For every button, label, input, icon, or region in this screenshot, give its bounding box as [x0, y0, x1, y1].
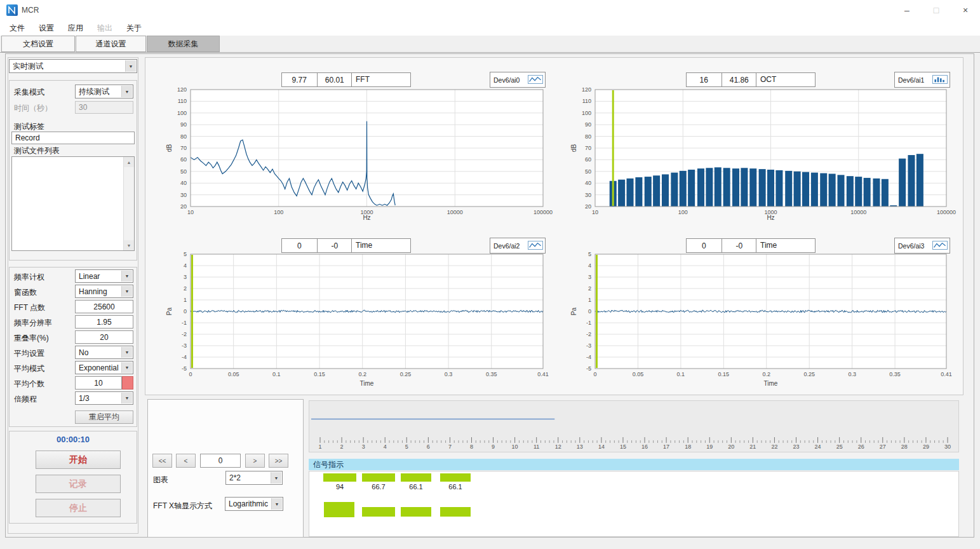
octave-fraction-combo[interactable]: 1/3	[75, 391, 133, 405]
freq-weighting-combo[interactable]: Linear	[75, 269, 133, 283]
time-left-type-label: Time	[351, 238, 411, 253]
signal-peak-bar	[401, 507, 431, 517]
stop-button[interactable]: 停止	[36, 499, 121, 517]
acq-mode-value: 持续测试	[79, 85, 121, 98]
time-left-cursor-x-value: 0	[282, 239, 318, 252]
maximize-button[interactable]: □	[922, 0, 951, 20]
signal-level-bar	[440, 473, 471, 482]
freq-resolution-input[interactable]: 1.95	[75, 315, 133, 329]
signal-peak-bar	[362, 507, 395, 517]
time-right-cursor-x-value: 0	[687, 239, 722, 252]
time-right-channel-selector[interactable]: Dev6/ai3	[894, 238, 950, 254]
freq-weighting-value: Linear	[79, 270, 121, 282]
tab-document-settings[interactable]: 文档设置	[1, 36, 75, 52]
octave-fraction-label: 倍频程	[14, 394, 37, 405]
file-list-label: 测试文件列表	[14, 146, 60, 156]
test-tag-input[interactable]: Record	[11, 132, 135, 144]
overlap-percent-input[interactable]: 20	[75, 330, 133, 344]
average-setting-label: 平均设置	[14, 348, 44, 359]
close-button[interactable]: ×	[951, 0, 980, 20]
test-mode-value: 实时测试	[13, 60, 125, 72]
fft-cursor-y-value: 60.01	[318, 73, 352, 86]
chevron-down-icon[interactable]	[121, 86, 132, 97]
time-right-channel-name: Dev6/ai3	[898, 242, 924, 250]
tab-channel-settings[interactable]: 通道设置	[76, 36, 146, 52]
nav-prev-button[interactable]: <	[176, 454, 196, 468]
scrollbar[interactable]	[123, 157, 134, 250]
charts-panel	[145, 57, 963, 395]
line-chart-icon	[528, 241, 543, 250]
start-button[interactable]: 开始	[36, 451, 121, 469]
test-mode-combo[interactable]: 实时测试	[9, 59, 137, 73]
scroll-down-icon[interactable]	[124, 240, 134, 250]
chevron-down-icon[interactable]	[121, 347, 132, 358]
oct-cursor-x-value: 16	[687, 73, 722, 86]
test-file-listbox[interactable]	[11, 156, 135, 251]
chart-layout-combo[interactable]: 2*2	[225, 471, 283, 485]
signal-peak-bar	[440, 507, 471, 517]
signal-level-value: 66.7	[362, 483, 395, 491]
chevron-down-icon[interactable]	[271, 472, 281, 484]
time-left-cursor-readout[interactable]: 0-0	[281, 238, 352, 253]
menu-item-application[interactable]: 应用	[61, 20, 90, 36]
average-setting-combo[interactable]: No	[75, 346, 133, 359]
window-controls: – □ ×	[892, 0, 980, 20]
freq-weighting-label: 频率计权	[14, 272, 44, 283]
average-count-input[interactable]: 10	[75, 376, 122, 390]
elapsed-time: 00:00:10	[9, 435, 137, 444]
fft-cursor-readout[interactable]: 9.7760.01	[281, 72, 352, 87]
chevron-down-icon[interactable]	[125, 60, 136, 72]
menu-item-settings[interactable]: 设置	[32, 20, 61, 36]
menu-item-about[interactable]: 关于	[119, 20, 149, 36]
time-left-channel-selector[interactable]: Dev6/ai2	[490, 238, 546, 254]
scroll-up-icon[interactable]	[124, 157, 134, 167]
acq-mode-combo[interactable]: 持续测试	[75, 85, 133, 98]
window-function-combo[interactable]: Hanning	[75, 285, 133, 298]
chevron-down-icon[interactable]	[121, 271, 132, 281]
nav-first-button[interactable]: <<	[152, 454, 172, 468]
chevron-down-icon[interactable]	[121, 362, 132, 373]
fft-xaxis-combo[interactable]: Logarithmic	[225, 497, 283, 511]
freq-resolution-label: 频率分辨率	[14, 318, 52, 329]
fft-type-label: FFT	[351, 72, 411, 87]
signal-level-bar	[323, 473, 356, 482]
record-button[interactable]: 记录	[36, 475, 121, 493]
window-function-label: 窗函数	[14, 287, 37, 298]
overlap-percent-label: 重叠率(%)	[14, 333, 49, 344]
signal-level-value: 66.1	[401, 483, 431, 491]
fft-points-label: FFT 点数	[14, 302, 45, 313]
restart-average-button[interactable]: 重启平均	[75, 410, 133, 424]
oct-cursor-readout[interactable]: 1641.86	[686, 72, 757, 87]
signal-level-value: 94	[323, 483, 356, 491]
menu-item-file[interactable]: 文件	[3, 20, 32, 36]
test-tag-label: 测试标签	[14, 121, 44, 132]
average-mode-combo[interactable]: Exponential	[75, 361, 133, 374]
octave-fraction-value: 1/3	[79, 392, 121, 404]
menu-item-output: 输出	[90, 20, 119, 36]
chevron-down-icon[interactable]	[121, 393, 132, 403]
signal-level-value: 66.1	[440, 483, 471, 491]
average-count-label: 平均个数	[14, 379, 44, 390]
tabbar: 文档设置通道设置数据采集	[0, 36, 980, 53]
chevron-down-icon[interactable]	[121, 286, 132, 297]
time-seconds-input[interactable]: 30	[75, 101, 133, 114]
time-seconds-label: 时间（秒）	[14, 103, 52, 114]
nav-next-button[interactable]: >	[245, 454, 265, 468]
oct-channel-selector[interactable]: Dev6/ai1	[894, 72, 950, 88]
chevron-down-icon[interactable]	[271, 498, 282, 510]
nav-last-button[interactable]: >>	[269, 454, 288, 468]
time-right-type-label: Time	[756, 238, 816, 253]
menubar: 文件设置应用输出关于	[0, 20, 980, 36]
fft-xaxis-label: FFT X轴显示方式	[153, 501, 212, 512]
chart-layout-label: 图表	[153, 475, 168, 485]
oct-channel-name: Dev6/ai1	[898, 76, 924, 84]
nav-index-input[interactable]: 0	[200, 454, 241, 468]
line-chart-icon	[932, 241, 948, 250]
fft-channel-selector[interactable]: Dev6/ai0	[490, 72, 546, 88]
tab-data-acquisition[interactable]: 数据采集	[147, 36, 220, 52]
fft-points-input[interactable]: 25600	[75, 300, 133, 313]
average-count-warning-indicator	[122, 376, 133, 390]
time-right-cursor-readout[interactable]: 0-0	[686, 238, 757, 253]
minimize-button[interactable]: –	[892, 0, 922, 20]
fft-channel-name: Dev6/ai0	[493, 76, 520, 84]
